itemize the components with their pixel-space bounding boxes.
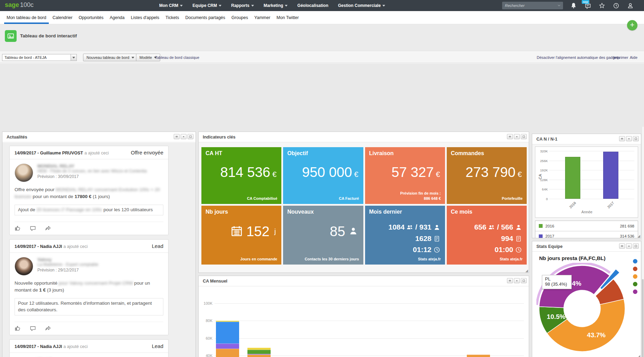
legend-dot[interactable] <box>633 289 637 294</box>
menu-item-g-olocalisation[interactable]: Géolocalisation <box>297 3 328 8</box>
widget-resize-handle[interactable]: ◢ <box>637 354 640 357</box>
widget-maximize-button[interactable] <box>521 134 527 139</box>
gridline <box>215 303 524 304</box>
bar-segment[interactable] <box>247 354 271 355</box>
legend-dot[interactable] <box>633 267 637 271</box>
tab-listes-d-appels[interactable]: Listes d'appels <box>128 11 162 24</box>
chat-icon[interactable]: new <box>584 2 591 9</box>
kpi-tile-livraison[interactable]: Livraison57 327€Prévision fin de mois : … <box>365 147 445 204</box>
comment-icon[interactable] <box>30 225 36 231</box>
print-link[interactable]: Imprimer <box>613 55 628 60</box>
kpi-tile-ca-ht[interactable]: CA HT814 536€CA Comptabilisé <box>201 147 281 204</box>
widget-menu-button[interactable] <box>507 278 513 283</box>
share-icon[interactable] <box>45 225 51 231</box>
kpi-tile-commandes[interactable]: Commandes273 790€Portefeuille <box>447 147 527 204</box>
widget-menu-button[interactable] <box>174 134 180 139</box>
search-box[interactable] <box>502 2 563 9</box>
widget-maximize-button[interactable] <box>633 136 639 141</box>
chevron-down-icon[interactable] <box>71 54 76 61</box>
bar-segment[interactable] <box>247 350 271 354</box>
tab-mon-twitter[interactable]: Mon Twitter <box>273 11 302 24</box>
widget-menu-button[interactable] <box>507 134 513 139</box>
bar-segment[interactable] <box>467 355 490 357</box>
page-scrollbar[interactable] <box>642 127 644 357</box>
tab-opportunit-s[interactable]: Opportunités <box>75 11 107 24</box>
year-bar-2017[interactable] <box>603 152 618 199</box>
tile-title: Mois dernier <box>369 209 402 215</box>
tab-groupes[interactable]: Groupes <box>228 11 251 24</box>
bar-segment[interactable] <box>216 343 239 349</box>
sage-logo[interactable]: sage100c <box>5 1 34 9</box>
menu-item-equipe-crm[interactable]: Equipe CRM <box>192 3 221 8</box>
y-axis-tick: 64K <box>535 187 548 191</box>
menu-item-mon-crm[interactable]: Mon CRM <box>159 3 183 8</box>
bar-segment[interactable] <box>247 348 271 350</box>
widget-collapse-button[interactable] <box>626 243 632 249</box>
like-icon[interactable] <box>15 225 21 231</box>
bar-segment[interactable] <box>216 349 239 357</box>
widget-collapse-button[interactable] <box>514 278 520 283</box>
kpi-tile-objectif[interactable]: Objectif950 000€CA Facturé <box>283 147 363 204</box>
tab-tickets[interactable]: Tickets <box>162 11 182 24</box>
user-icon[interactable] <box>627 2 634 9</box>
tab-documents-partag-s[interactable]: Documents partagés <box>182 11 228 24</box>
feed-text-segment: 17800 € <box>74 194 91 199</box>
tile-unit: € <box>354 170 358 179</box>
news-feed: 14/09/2017 - Guillaume PRUVOSTa ajouté c… <box>2 143 196 357</box>
new-dashboard-button[interactable]: Nouveau tableau de bord <box>83 54 138 61</box>
tab-calendrier[interactable]: Calendrier <box>49 11 76 24</box>
widget-resize-handle[interactable]: ◢ <box>525 269 528 273</box>
legend-dot[interactable] <box>633 259 637 264</box>
menu-item-gestion-commerciale[interactable]: Gestion Commerciale <box>338 3 385 8</box>
kpi-tile-ce-mois[interactable]: Ce mois656 / 56699401:00Stats ateja.fr <box>447 206 527 265</box>
bar-segment[interactable] <box>247 355 271 357</box>
disable-auto-align-link[interactable]: Désactiver l'alignement automatique des … <box>537 55 620 60</box>
comment-icon[interactable] <box>30 325 36 331</box>
search-input[interactable] <box>502 3 557 8</box>
star-icon[interactable] <box>599 2 605 9</box>
widget-menu-button[interactable] <box>619 243 625 249</box>
widget-header: Indicateurs clés <box>199 132 529 142</box>
bar-segment[interactable] <box>216 322 239 343</box>
widget-collapse-button[interactable] <box>181 134 187 139</box>
dashboard-content: Actualités 14/09/2017 - Guillaume PRUVOS… <box>0 63 644 357</box>
tab-agenda[interactable]: Agenda <box>107 11 128 24</box>
menu-item-rapports[interactable]: Rapports <box>231 3 254 8</box>
kpi-tile-nouveaux[interactable]: Nouveaux85Contacts les 30 derniers jours <box>283 206 363 265</box>
history-icon[interactable] <box>613 2 619 9</box>
widget-resize-handle[interactable]: ◢ <box>637 234 640 238</box>
classic-dashboard-link[interactable]: Tableau de bord classique <box>155 55 199 60</box>
legend-dot[interactable] <box>633 282 637 286</box>
help-link[interactable]: Aide <box>630 55 637 60</box>
dashboard-select[interactable]: Tableau de bord - ATEJA <box>2 54 77 61</box>
widget-collapse-button[interactable] <box>626 136 632 141</box>
feed-note: Ajout de 20 licences i7 Passage en 100c … <box>15 205 163 215</box>
y-axis-tick: 192K <box>535 168 548 172</box>
legend-row[interactable]: 2017314 536 <box>535 231 638 238</box>
tab-mon-tableau-de-bord[interactable]: Mon tableau de bord <box>3 11 49 24</box>
bell-icon[interactable] <box>570 2 577 9</box>
menu-item-marketing[interactable]: Marketing <box>264 3 288 8</box>
scrollbar-thumb[interactable] <box>642 279 644 357</box>
widget-maximize-button[interactable] <box>521 278 527 283</box>
monthly-revenue-chart: 100K80K60K40K20K0-20K246810 <box>199 286 529 357</box>
widget-collapse-button[interactable] <box>514 134 520 139</box>
kpi-tile-mois-dernier[interactable]: Mois dernier1084 / 931162801:12Stats ate… <box>365 206 445 265</box>
bar-segment[interactable] <box>216 321 239 322</box>
widget-header: CA Mensuel <box>199 276 529 286</box>
dashboard-tabs: Mon tableau de bordCalendrierOpportunité… <box>0 11 644 24</box>
add-gadget-button[interactable]: + <box>627 20 637 30</box>
legend-dot[interactable] <box>633 274 637 279</box>
kpi-tile-nb-jours[interactable]: Nb jours152jJours en commande <box>201 206 281 265</box>
share-icon[interactable] <box>45 325 51 331</box>
like-icon[interactable] <box>15 325 21 331</box>
widget-maximize-button[interactable] <box>633 243 639 249</box>
tile-value: 950 000€ <box>302 164 359 180</box>
stat-value: / 931 <box>413 223 432 231</box>
year-bar-2016[interactable] <box>565 157 580 199</box>
legend-row[interactable]: 2016281 698 <box>535 221 638 231</box>
widget-maximize-button[interactable] <box>188 134 193 139</box>
tab-yammer[interactable]: Yammer <box>251 11 273 24</box>
widget-menu-button[interactable] <box>619 136 625 141</box>
chevron-down-icon[interactable] <box>557 2 561 9</box>
